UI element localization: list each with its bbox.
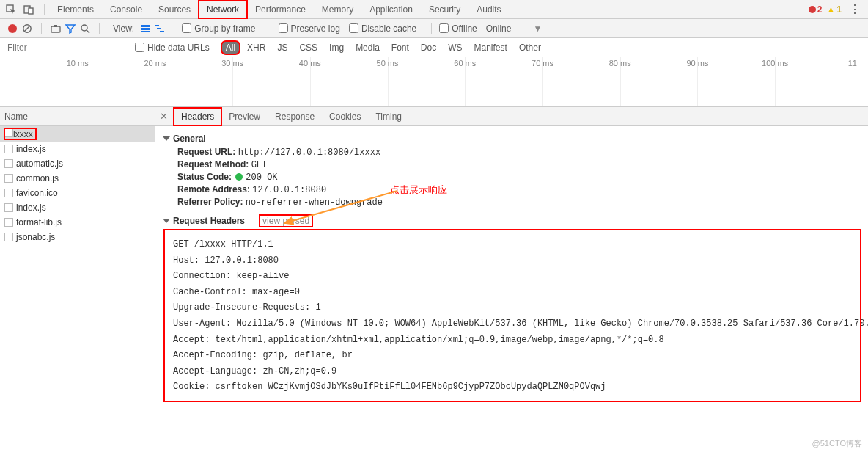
error-count[interactable]: 2 [809,4,823,15]
raw-request-headers: GET /lxxxx HTTP/1.1 Host: 127.0.0.1:8080… [173,237,858,396]
tab-console[interactable]: Console [102,1,150,18]
request-item[interactable]: index.js [0,142,155,156]
request-detail-panel: ✕ HeadersPreviewResponseCookiesTiming Ge… [155,107,868,455]
filter-type-css[interactable]: CSS [295,41,322,54]
request-item-label: automatic.js [16,159,63,169]
status-dot-icon [235,173,243,181]
group-by-frame-checkbox[interactable]: Group by frame [182,23,255,34]
chevron-down-icon[interactable]: ▼ [533,23,542,34]
view-parsed-link[interactable]: view parsed [260,215,312,227]
large-rows-icon[interactable] [139,22,152,35]
close-icon[interactable]: ✕ [160,111,168,122]
tab-application[interactable]: Application [361,1,421,18]
general-request-method: Request Method: GET [177,159,865,170]
watermark: @51CTO博客 [812,438,862,449]
request-item[interactable]: favicon.ico [0,186,155,200]
detail-tab-preview[interactable]: Preview [221,108,268,125]
filter-type-js[interactable]: JS [273,41,292,54]
waterfall-icon[interactable] [153,22,166,35]
tab-memory[interactable]: Memory [314,1,361,18]
request-item-label: index.js [16,203,46,213]
timeline-tick: 70 ms [532,59,553,68]
sidebar-header-name[interactable]: Name [0,107,155,126]
offline-checkbox[interactable]: Offline [439,23,477,34]
request-item-label: format-lib.js [16,217,62,228]
svg-rect-11 [141,31,150,32]
general-request-url: Request URL: http://127.0.0.1:8080/lxxxx [177,147,865,158]
filter-funnel-icon[interactable] [64,22,77,35]
filter-type-xhr[interactable]: XHR [243,41,270,54]
svg-rect-14 [160,31,164,32]
section-general[interactable]: General [164,134,865,144]
timeline-tick: 11 [848,59,857,68]
filter-type-media[interactable]: Media [351,41,384,54]
filter-type-all[interactable]: All [221,41,240,54]
online-select[interactable]: Online [486,23,512,34]
timeline-tick: 90 ms [686,59,708,68]
svg-point-7 [81,25,87,31]
svg-rect-9 [141,25,150,27]
svg-rect-13 [157,28,161,29]
devtools-main-tabs: ElementsConsoleSourcesNetworkPerformance… [0,0,868,19]
disable-cache-checkbox[interactable]: Disable cache [349,23,416,34]
request-item[interactable]: automatic.js [0,156,155,171]
detail-tab-response[interactable]: Response [268,108,322,125]
timeline-tick: 60 ms [454,59,476,68]
file-icon [4,145,13,153]
detail-tab-timing[interactable]: Timing [368,108,409,125]
view-label: View: [113,23,134,34]
request-item-label: jsonabc.js [16,232,55,242]
network-timeline[interactable]: 10 ms20 ms30 ms40 ms50 ms60 ms70 ms80 ms… [0,57,868,107]
kebab-menu-icon[interactable]: ⋮ [849,2,861,16]
file-icon [4,159,13,168]
request-item[interactable]: format-lib.js [0,215,155,230]
timeline-tick: 40 ms [299,59,321,68]
request-item[interactable]: index.js [0,200,155,215]
request-item-label: common.js [16,173,59,183]
request-item[interactable]: jsonabc.js [0,230,155,244]
filter-type-doc[interactable]: Doc [416,41,441,54]
hide-data-urls-checkbox[interactable]: Hide data URLs [135,43,210,53]
general-remote-address: Remote Address: 127.0.0.1:8080 [177,184,865,195]
filter-input[interactable] [6,40,116,55]
filter-type-img[interactable]: Img [325,41,348,54]
preserve-log-checkbox[interactable]: Preserve log [279,23,340,34]
tab-security[interactable]: Security [421,1,468,18]
detail-tabs: ✕ HeadersPreviewResponseCookiesTiming [155,107,868,126]
request-item[interactable]: common.js [0,171,155,186]
timeline-tick: 80 ms [609,59,631,68]
inspect-icon[interactable] [4,4,18,15]
tab-elements[interactable]: Elements [49,1,102,18]
general-referrer-policy: Referrer Policy: no-referrer-when-downgr… [177,197,865,208]
filter-type-other[interactable]: Other [515,41,545,54]
clear-icon[interactable] [21,22,34,35]
search-icon[interactable] [78,22,92,35]
svg-rect-12 [155,25,159,26]
timeline-tick: 50 ms [377,59,399,68]
tab-audits[interactable]: Audits [468,1,509,18]
device-toggle-icon[interactable] [22,4,35,15]
tab-sources[interactable]: Sources [150,1,199,18]
detail-tab-cookies[interactable]: Cookies [322,108,368,125]
tab-performance[interactable]: Performance [247,1,314,18]
detail-tab-headers[interactable]: Headers [174,108,221,125]
filter-type-manifest[interactable]: Manifest [470,41,512,54]
tab-network[interactable]: Network [199,1,247,18]
section-request-headers[interactable]: Request Headers view parsed [164,215,865,227]
filter-type-font[interactable]: Font [387,41,413,54]
request-item[interactable]: lxxxx [0,126,155,142]
filter-type-ws[interactable]: WS [444,41,466,54]
request-item-label: index.js [16,144,46,154]
timeline-tick: 30 ms [221,59,243,68]
warning-count[interactable]: ▲1 [826,4,842,15]
svg-line-8 [87,30,89,33]
timeline-tick: 10 ms [67,59,89,68]
record-icon[interactable] [6,22,19,35]
file-icon [4,218,13,227]
network-filter-bar: Hide data URLs AllXHRJSCSSImgMediaFontDo… [0,38,868,57]
file-icon [4,189,13,197]
requests-sidebar: Name lxxxxindex.jsautomatic.jscommon.jsf… [0,107,155,455]
capture-icon[interactable] [49,22,62,35]
network-toolbar: View: Group by frame Preserve log Disabl… [0,19,868,38]
file-icon [4,233,13,241]
